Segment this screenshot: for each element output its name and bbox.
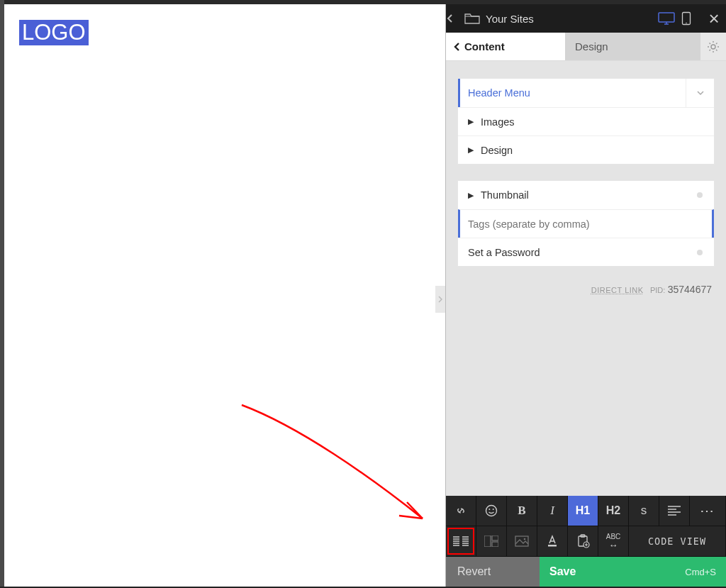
- revert-label: Revert: [457, 565, 491, 578]
- desktop-preview-icon[interactable]: [657, 10, 676, 27]
- direct-link[interactable]: direct link: [591, 286, 644, 294]
- triangle-right-icon: ▶: [468, 117, 474, 126]
- section-header-menu[interactable]: Header Menu: [458, 79, 714, 107]
- clipboard-add-button[interactable]: [568, 526, 598, 557]
- panel-header: Your Sites ×: [446, 4, 726, 33]
- abc-label: ABC: [606, 533, 621, 540]
- code-view-button[interactable]: CODE VIEW: [629, 526, 726, 557]
- tab-design-label: Design: [575, 40, 608, 52]
- annotation-arrow: [235, 398, 447, 547]
- section-images-label: Images: [481, 116, 515, 128]
- close-icon[interactable]: ×: [702, 4, 726, 33]
- save-shortcut-label: Cmd+S: [685, 567, 716, 577]
- svg-point-11: [524, 538, 526, 540]
- editor-toolbar: B I H1 H2 s ⋯: [446, 496, 726, 557]
- svg-rect-8: [492, 536, 498, 540]
- section-card-bottom: ▶ Thumbnail Set a Password: [457, 180, 715, 267]
- section-design-label: Design: [481, 145, 513, 156]
- back-button[interactable]: [446, 13, 464, 23]
- section-card-top: Header Menu ▶ Images ▶ Design: [457, 78, 715, 165]
- breadcrumb[interactable]: Your Sites: [486, 13, 534, 25]
- section-design[interactable]: ▶ Design: [458, 135, 714, 164]
- section-set-password[interactable]: Set a Password: [458, 238, 714, 266]
- panel-tabs: Content Design: [446, 33, 726, 61]
- pid-label: PID:: [650, 286, 665, 294]
- bold-button[interactable]: B: [507, 496, 537, 526]
- link-button[interactable]: [446, 496, 476, 526]
- svg-point-6: [493, 509, 494, 510]
- triangle-right-icon: ▶: [468, 191, 474, 200]
- chevron-left-icon: [453, 42, 460, 52]
- save-button[interactable]: Save Cmd+S: [540, 557, 726, 587]
- triangle-right-icon: ▶: [468, 145, 474, 155]
- section-set-password-label: Set a Password: [468, 247, 540, 258]
- section-images[interactable]: ▶ Images: [458, 107, 714, 135]
- strikethrough-button[interactable]: s: [629, 496, 659, 526]
- logo-badge[interactable]: LOGO: [19, 20, 89, 45]
- svg-rect-10: [515, 536, 528, 546]
- folder-icon: [464, 13, 486, 24]
- tab-content[interactable]: Content: [446, 33, 565, 60]
- revert-button[interactable]: Revert: [446, 557, 540, 587]
- more-button[interactable]: ⋯: [690, 496, 726, 526]
- text-color-button[interactable]: [537, 526, 568, 557]
- spellcheck-button[interactable]: ABC ↔: [598, 526, 629, 557]
- panel-collapse-handle[interactable]: [435, 286, 445, 313]
- align-button[interactable]: [659, 496, 690, 526]
- abc-arrows-label: ↔: [609, 540, 618, 550]
- h2-button[interactable]: H2: [598, 496, 629, 526]
- columns-button[interactable]: [446, 526, 476, 557]
- save-label: Save: [549, 565, 576, 578]
- section-thumbnail[interactable]: ▶ Thumbnail: [458, 181, 714, 209]
- svg-point-2: [686, 23, 687, 24]
- side-panel: Your Sites × Content Design: [445, 4, 726, 587]
- svg-point-3: [711, 45, 715, 49]
- status-dot: [697, 192, 703, 198]
- pid-value: 35744677: [668, 284, 712, 295]
- tab-content-label: Content: [464, 40, 505, 52]
- svg-point-5: [488, 509, 490, 510]
- status-dot: [697, 250, 703, 255]
- layout-grid-button[interactable]: [476, 526, 507, 557]
- svg-rect-12: [548, 545, 557, 547]
- svg-rect-9: [492, 542, 498, 547]
- panel-body: Header Menu ▶ Images ▶ Design ▶ Thumbnai…: [446, 61, 726, 496]
- svg-rect-7: [484, 536, 491, 547]
- mobile-preview-icon[interactable]: [676, 10, 696, 27]
- section-header-menu-label: Header Menu: [468, 87, 530, 99]
- image-insert-button[interactable]: [507, 526, 537, 557]
- editor-canvas[interactable]: LOGO: [4, 4, 445, 587]
- tags-input[interactable]: [468, 218, 702, 230]
- emoji-button[interactable]: [476, 496, 507, 526]
- tags-input-row[interactable]: [458, 209, 714, 238]
- svg-rect-0: [659, 13, 674, 22]
- meta-line: direct link PID: 35744677: [457, 282, 715, 295]
- tab-settings[interactable]: [700, 33, 726, 60]
- tab-design[interactable]: Design: [565, 33, 700, 60]
- chevron-down-icon[interactable]: [686, 79, 714, 107]
- bottom-bar: Revert Save Cmd+S: [446, 557, 726, 587]
- section-thumbnail-label: Thumbnail: [481, 189, 529, 201]
- svg-point-4: [486, 506, 497, 516]
- italic-button[interactable]: I: [537, 496, 568, 526]
- h1-button[interactable]: H1: [568, 496, 598, 526]
